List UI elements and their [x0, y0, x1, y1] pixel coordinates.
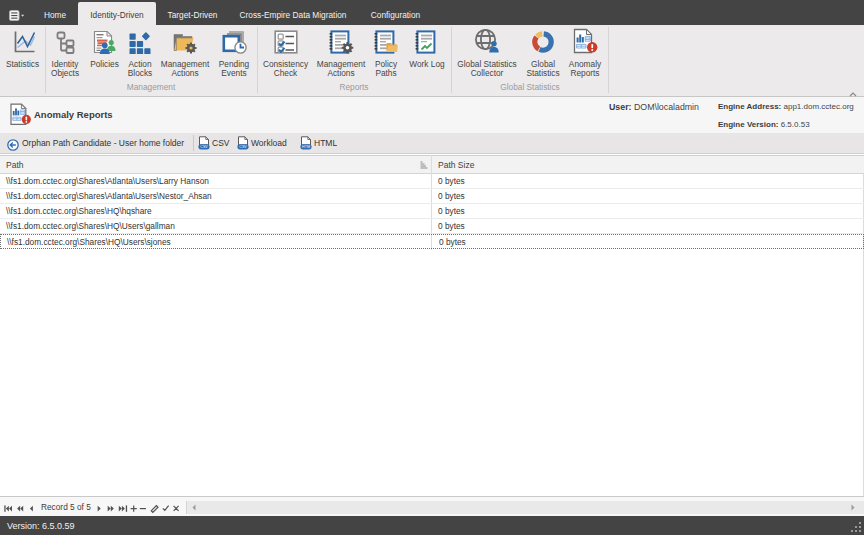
svg-text:CSV: CSV: [200, 145, 208, 149]
svg-text:CSV: CSV: [239, 145, 247, 149]
svg-text:HTM: HTM: [302, 145, 310, 149]
